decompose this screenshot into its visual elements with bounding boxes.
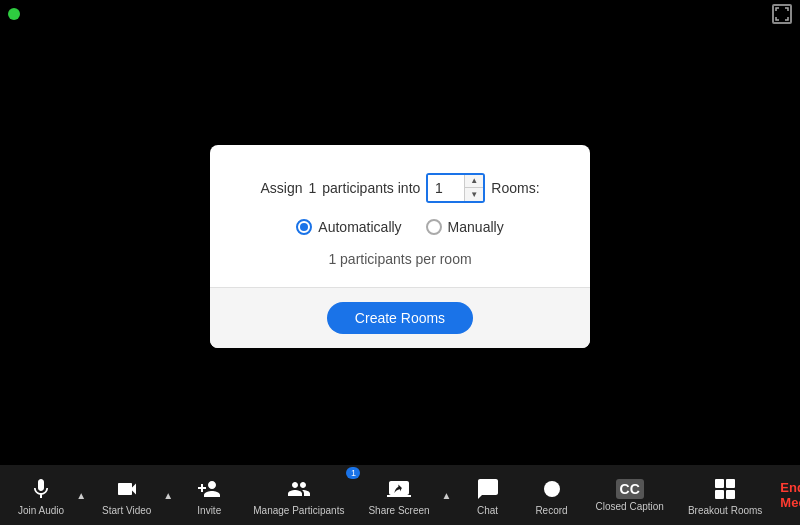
breakout-rooms-button[interactable]: Breakout Rooms: [678, 471, 772, 520]
auto-label: Automatically: [318, 219, 401, 235]
share-screen-group: Share Screen ▲: [358, 471, 453, 520]
spinner-down-button[interactable]: ▼: [465, 188, 483, 201]
share-screen-label: Share Screen: [368, 505, 429, 516]
end-meeting-button[interactable]: End Meeting: [772, 480, 800, 510]
start-video-label: Start Video: [102, 505, 151, 516]
assign-middle-text: participants into: [322, 180, 420, 196]
main-content: Assign 1 participants into 1 ▲ ▼ Rooms:: [0, 28, 800, 465]
invite-label: Invite: [197, 505, 221, 516]
create-rooms-button[interactable]: Create Rooms: [327, 302, 473, 334]
start-video-button[interactable]: Start Video: [92, 471, 161, 520]
manage-participants-button[interactable]: 1 Manage Participants: [243, 471, 354, 520]
invite-icon: [195, 475, 223, 503]
record-label: Record: [535, 505, 567, 516]
assignment-type-row: Automatically Manually: [296, 219, 503, 235]
manual-radio-circle: [426, 219, 442, 235]
join-audio-icon: [27, 475, 55, 503]
dialog-footer: Create Rooms: [210, 287, 590, 348]
spinner-buttons: ▲ ▼: [464, 175, 483, 201]
participants-badge: 1: [346, 467, 360, 479]
rooms-suffix-text: Rooms:: [491, 180, 539, 196]
chat-label: Chat: [477, 505, 498, 516]
manual-option[interactable]: Manually: [426, 219, 504, 235]
record-icon: [538, 475, 566, 503]
manage-participants-icon: [285, 475, 313, 503]
assign-prefix-text: Assign: [260, 180, 302, 196]
dialog-body: Assign 1 participants into 1 ▲ ▼ Rooms:: [210, 145, 590, 287]
closed-caption-button[interactable]: CC Closed Caption: [586, 475, 674, 516]
breakout-rooms-label: Breakout Rooms: [688, 505, 762, 516]
auto-radio-inner: [300, 223, 308, 231]
svg-rect-3: [715, 490, 724, 499]
join-audio-label: Join Audio: [18, 505, 64, 516]
assign-row: Assign 1 participants into 1 ▲ ▼ Rooms:: [260, 173, 539, 203]
auto-option[interactable]: Automatically: [296, 219, 401, 235]
rooms-count-input[interactable]: 1: [428, 175, 464, 201]
status-indicator: [8, 8, 20, 20]
start-video-chevron[interactable]: ▲: [161, 488, 175, 503]
invite-button[interactable]: Invite: [179, 471, 239, 520]
fullscreen-icon[interactable]: [772, 4, 792, 24]
rooms-count-spinner[interactable]: 1 ▲ ▼: [426, 173, 485, 203]
manage-participants-label: Manage Participants: [253, 505, 344, 516]
breakout-room-dialog: Assign 1 participants into 1 ▲ ▼ Rooms:: [210, 145, 590, 348]
join-audio-chevron[interactable]: ▲: [74, 488, 88, 503]
svg-rect-1: [715, 479, 724, 488]
chat-button[interactable]: Chat: [458, 471, 518, 520]
start-video-icon: [113, 475, 141, 503]
auto-radio-circle: [296, 219, 312, 235]
toolbar: Join Audio ▲ Start Video ▲: [0, 465, 800, 525]
manual-label: Manually: [448, 219, 504, 235]
svg-rect-2: [726, 479, 735, 488]
top-bar: [0, 0, 800, 28]
breakout-rooms-icon: [711, 475, 739, 503]
spinner-up-button[interactable]: ▲: [465, 175, 483, 188]
join-audio-group: Join Audio ▲: [8, 471, 88, 520]
share-screen-chevron[interactable]: ▲: [440, 488, 454, 503]
chat-icon: [474, 475, 502, 503]
closed-caption-icon: CC: [616, 479, 644, 499]
start-video-group: Start Video ▲: [92, 471, 175, 520]
share-screen-icon: [385, 475, 413, 503]
svg-rect-4: [726, 490, 735, 499]
assign-count-text: 1: [308, 180, 316, 196]
per-room-text: 1 participants per room: [328, 251, 471, 267]
record-button[interactable]: Record: [522, 471, 582, 520]
svg-point-0: [544, 481, 560, 497]
toolbar-left: Join Audio ▲ Start Video ▲: [8, 471, 772, 520]
share-screen-button[interactable]: Share Screen: [358, 471, 439, 520]
closed-caption-label: Closed Caption: [596, 501, 664, 512]
join-audio-button[interactable]: Join Audio: [8, 471, 74, 520]
